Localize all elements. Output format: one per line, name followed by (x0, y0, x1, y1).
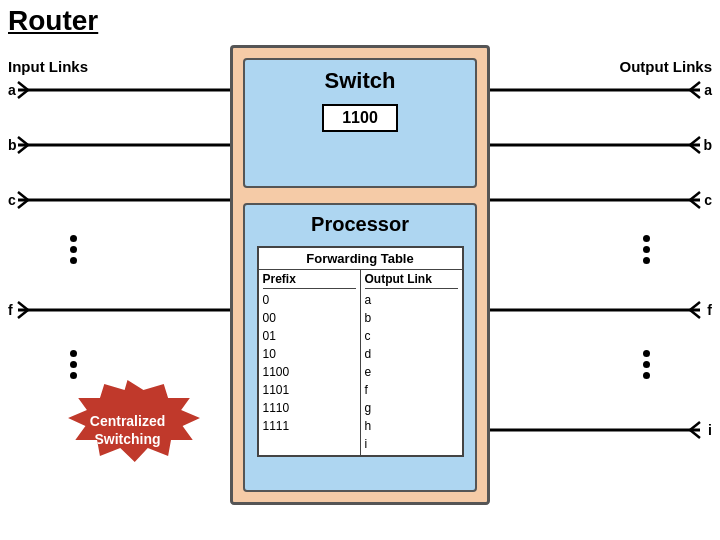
dots-left (70, 235, 77, 264)
fwd-output-cell: h (365, 417, 458, 435)
fwd-output-header: Output Link (365, 272, 458, 289)
link-label-i-right: i (708, 422, 712, 438)
fwd-output-cell: b (365, 309, 458, 327)
processor-box: Processor Forwarding Table Prefix 000011… (243, 203, 477, 492)
fwd-output-cell: f (365, 381, 458, 399)
fwd-output-cell: e (365, 363, 458, 381)
fwd-table-title: Forwarding Table (259, 248, 462, 270)
fwd-col-prefix: Prefix 00001101100110111101111 (259, 270, 360, 455)
fwd-prefix-cell: 1100 (263, 363, 356, 381)
fwd-prefix-cell: 00 (263, 309, 356, 327)
switch-label: Switch (325, 68, 396, 94)
fwd-output-cell: d (365, 345, 458, 363)
input-links-label: Input Links (8, 58, 88, 75)
link-label-a-left: a (8, 82, 16, 98)
fwd-output-cell: a (365, 291, 458, 309)
dots-left-lower (70, 350, 77, 379)
fwd-output-cell: i (365, 435, 458, 453)
fwd-prefix-cell: 1111 (263, 417, 356, 435)
link-label-c-right: c (704, 192, 712, 208)
dots-right-lower (643, 350, 650, 379)
fwd-prefix-cell: 1101 (263, 381, 356, 399)
starburst-text: Centralized Switching (82, 412, 173, 448)
router-box: Switch 1100 Processor Forwarding Table P… (230, 45, 490, 505)
fwd-prefix-cell: 1110 (263, 399, 356, 417)
link-label-f-left: f (8, 302, 13, 318)
link-label-f-right: f (707, 302, 712, 318)
switch-value: 1100 (322, 104, 398, 132)
prefix-rows: 00001101100110111101111 (263, 291, 356, 435)
link-label-c-left: c (8, 192, 16, 208)
forwarding-table: Forwarding Table Prefix 0000110110011011… (257, 246, 464, 457)
fwd-output-cell: c (365, 327, 458, 345)
fwd-output-cell: g (365, 399, 458, 417)
link-label-b-right: b (703, 137, 712, 153)
dots-right (643, 235, 650, 264)
processor-label: Processor (311, 213, 409, 236)
link-label-a-right: a (704, 82, 712, 98)
output-links-label: Output Links (620, 58, 713, 75)
output-rows: abcdefghi (365, 291, 458, 453)
link-label-b-left: b (8, 137, 17, 153)
page-title: Router (8, 5, 98, 37)
starburst: Centralized Switching (55, 380, 200, 480)
switch-box: Switch 1100 (243, 58, 477, 188)
fwd-prefix-cell: 01 (263, 327, 356, 345)
fwd-prefix-cell: 10 (263, 345, 356, 363)
fwd-prefix-cell: 0 (263, 291, 356, 309)
fwd-prefix-header: Prefix (263, 272, 356, 289)
fwd-col-output: Output Link abcdefghi (361, 270, 462, 455)
